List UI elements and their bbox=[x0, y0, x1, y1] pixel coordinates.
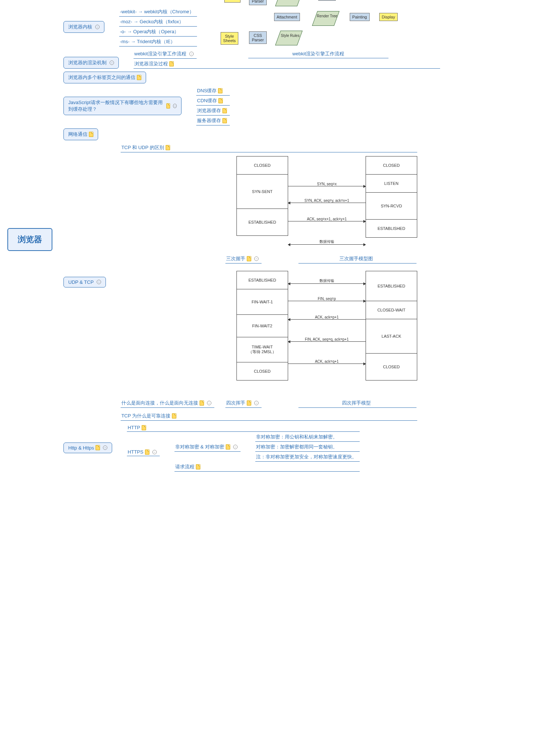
hs3-left-est: ESTABLISHED bbox=[237, 209, 288, 235]
leaf-conn-oriented[interactable]: 什么是面向连接，什么是面向无连接 − bbox=[121, 399, 214, 408]
leaf-moz[interactable]: -moz- → Gecko内核（fixfox） bbox=[119, 17, 197, 27]
leaf-render-process[interactable]: 浏览器渲染过程 bbox=[134, 59, 440, 69]
node-http-https[interactable]: Http & Https − bbox=[63, 442, 112, 453]
leaf-cdn-cache[interactable]: CDN缓存 bbox=[196, 96, 230, 106]
webkit-flowchart: DOM HTML HTML Parser DOM Tree Layout Att… bbox=[204, 0, 440, 50]
leaf-tcp-reliable[interactable]: TCP 为什么是可靠连接 bbox=[121, 411, 417, 421]
hs4-left-timewait: TIME-WAIT （等待 2MSL） bbox=[237, 337, 288, 362]
shape-attachment: Attachment bbox=[274, 13, 300, 21]
branch-jscache: JavaScript请求一般情况下有哪些地方需要用到缓存处理？ − DNS缓存 … bbox=[63, 86, 440, 125]
leaf-webkit[interactable]: -webkit- → webkit内核（Chrome） bbox=[119, 7, 197, 17]
node-net[interactable]: 网络通信 bbox=[63, 128, 98, 140]
node-jscache[interactable]: JavaScript请求一般情况下有哪些地方需要用到缓存处理？ − bbox=[63, 97, 182, 115]
note-icon bbox=[96, 445, 100, 450]
hs3-right-est: ESTABLISHED bbox=[366, 220, 417, 237]
note-icon bbox=[89, 132, 93, 137]
node-render[interactable]: 浏览器的渲染机制 − bbox=[63, 57, 119, 69]
shape-html-parser: HTML Parser bbox=[249, 0, 267, 5]
flowchart-caption: webkit渲染引擎工作流程 bbox=[248, 50, 388, 58]
leaf-hs3[interactable]: 三次握手− bbox=[225, 254, 262, 264]
leaf-sym[interactable]: 对称加密：加密解密都用同一套秘钥。 bbox=[255, 442, 360, 452]
leaf-webkit-flow[interactable]: webkit渲染引擎工作流程 − bbox=[134, 49, 197, 59]
note-icon bbox=[222, 118, 227, 123]
hs3-left-closed: CLOSED bbox=[237, 156, 288, 175]
note-icon bbox=[222, 108, 227, 113]
leaf-https[interactable]: HTTPS − bbox=[127, 448, 160, 456]
hs3-right-listen: LISTEN bbox=[366, 175, 417, 193]
leaf-browser-cache[interactable]: 浏览器缓存 bbox=[196, 106, 230, 116]
collapse-icon[interactable]: − bbox=[103, 445, 107, 450]
label: 浏览器的渲染机制 bbox=[68, 59, 107, 66]
shape-dom-tree: DOM Tree bbox=[275, 0, 303, 6]
hs4-right-est: ESTABLISHED bbox=[366, 271, 417, 301]
note-icon bbox=[226, 444, 230, 450]
note-icon bbox=[169, 61, 174, 66]
note-icon bbox=[218, 88, 222, 93]
hs4-left-closed: CLOSED bbox=[237, 362, 288, 380]
leaf-asym[interactable]: 非对称加密：用公钥和私钥来加解密。 bbox=[255, 433, 360, 442]
collapse-icon[interactable]: − bbox=[97, 280, 101, 284]
note-icon bbox=[172, 413, 176, 419]
note-icon bbox=[200, 400, 204, 406]
label: UDP & TCP bbox=[68, 279, 94, 285]
hs3-right-syn-rcvd: SYN-RCVD bbox=[366, 193, 417, 220]
leaf-http[interactable]: HTTP bbox=[127, 424, 360, 432]
node-udptcp[interactable]: UDP & TCP − bbox=[63, 277, 106, 287]
label: Http & Https bbox=[68, 445, 94, 451]
label: 浏览器内核 bbox=[68, 24, 92, 30]
leaf-hs4[interactable]: 四次挥手− bbox=[225, 399, 262, 408]
branch-render: 浏览器的渲染机制 − webkit渲染引擎工作流程 − DOM HTML HTM… bbox=[63, 49, 440, 69]
note-icon bbox=[166, 103, 170, 109]
collapse-icon[interactable]: − bbox=[254, 401, 259, 405]
note-icon bbox=[247, 400, 251, 406]
branch-udptcp: UDP & TCP − TCP 和 UDP 的区别 什么是面向连接，什么是面向无… bbox=[63, 143, 440, 421]
hs4-right-closed: CLOSED bbox=[366, 354, 417, 380]
hs4-left-finwait1: FIN-WAIT-1 bbox=[237, 289, 288, 315]
collapse-icon[interactable]: − bbox=[207, 401, 211, 405]
label: JavaScript请求一般情况下有哪些地方需要用到缓存处理？ bbox=[68, 99, 165, 113]
collapse-icon[interactable]: − bbox=[254, 256, 259, 261]
leaf-encryption[interactable]: 非对称加密 & 对称加密 − bbox=[174, 442, 241, 452]
label: 浏览器渲染过程 bbox=[134, 61, 168, 67]
note-icon bbox=[145, 450, 149, 455]
label: 浏览器内多个标签页之间的通信 bbox=[68, 74, 135, 81]
collapse-icon[interactable]: − bbox=[95, 25, 100, 29]
level1-children: 浏览器内核 − -webkit- → webkit内核（Chrome） -moz… bbox=[63, 7, 440, 472]
label: webkit渲染引擎工作流程 bbox=[134, 51, 186, 57]
leaf-opera[interactable]: -o- → Opera内核（Opera） bbox=[119, 27, 197, 37]
caption-hs4-model: 四次挥手模型 bbox=[298, 399, 416, 408]
leaf-server-cache[interactable]: 服务器缓存 bbox=[196, 116, 230, 125]
shape-display: Display bbox=[379, 13, 398, 21]
collapse-icon[interactable]: − bbox=[110, 61, 114, 65]
hs3-right-closed: CLOSED bbox=[366, 156, 417, 175]
shape-render-tree: Render Tree bbox=[312, 11, 340, 26]
leaf-note[interactable]: 注：非对称加密更加安全，对称加密速度更快。 bbox=[255, 452, 360, 462]
hs3-left-syn-sent: SYN-SENT bbox=[237, 175, 288, 209]
shape-painting: Painting bbox=[350, 13, 370, 21]
note-icon bbox=[137, 75, 141, 80]
collapse-icon[interactable]: − bbox=[189, 52, 194, 56]
leaf-ms[interactable]: -ms- → Trident内核（IE） bbox=[119, 37, 197, 47]
leaf-dns-cache[interactable]: DNS缓存 bbox=[196, 86, 230, 96]
mindmap-root: 浏览器 浏览器内核 − -webkit- → webkit内核（Chrome） … bbox=[7, 7, 553, 472]
leaf-req-flow[interactable]: 请求流程 bbox=[174, 462, 360, 472]
shape-html: HTML bbox=[224, 0, 241, 3]
handshake3-diagram: CLOSED SYN-SENT ESTABLISHED CLOSED LISTE… bbox=[236, 156, 417, 252]
note-icon bbox=[142, 425, 146, 430]
hs4-left-finwait2: FIN-WAIT2 bbox=[237, 315, 288, 337]
node-tabs-comm[interactable]: 浏览器内多个标签页之间的通信 bbox=[63, 72, 146, 83]
shape-css-parser: CSS Parser bbox=[249, 31, 267, 44]
handshake4-diagram: ESTABLISHED FIN-WAIT-1 FIN-WAIT2 TIME-WA… bbox=[236, 271, 417, 396]
leaf-tcp-udp-diff[interactable]: TCP 和 UDP 的区别 bbox=[121, 143, 417, 152]
note-icon bbox=[196, 464, 200, 469]
node-kernel[interactable]: 浏览器内核 − bbox=[63, 21, 104, 33]
shape-style-rules: Style Rules bbox=[275, 31, 303, 45]
note-icon bbox=[166, 145, 170, 150]
collapse-icon[interactable]: − bbox=[152, 450, 157, 454]
root-node[interactable]: 浏览器 bbox=[7, 228, 52, 251]
collapse-icon[interactable]: − bbox=[233, 445, 238, 449]
collapse-icon[interactable]: − bbox=[173, 104, 177, 108]
note-icon bbox=[247, 256, 251, 261]
hs4-right-closedwait: CLOSED-WAIT bbox=[366, 301, 417, 319]
shape-layout: Layout bbox=[318, 0, 336, 1]
